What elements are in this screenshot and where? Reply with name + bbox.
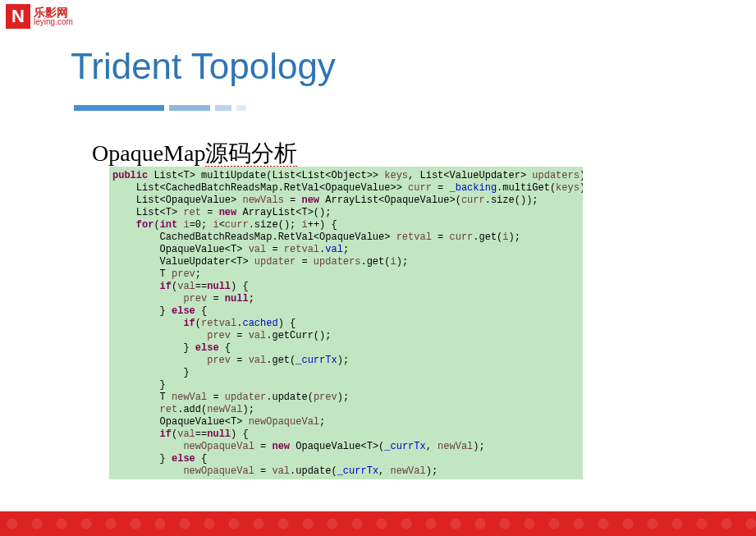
logo-text: 乐影网 leying.com	[34, 7, 73, 26]
footer-banner	[0, 511, 756, 536]
subtitle-en: OpaqueMap	[92, 140, 205, 166]
title-divider	[74, 105, 246, 111]
section-subtitle: OpaqueMap源码分析	[92, 138, 297, 169]
subtitle-cn: 源码分析	[205, 140, 297, 167]
logo-en: leying.com	[34, 18, 73, 26]
logo-cn: 乐影网	[34, 7, 73, 18]
code-block: public List<T> multiUpdate(List<List<Obj…	[109, 167, 583, 479]
logo: N 乐影网 leying.com	[6, 4, 73, 29]
page-title: Trident Topology	[71, 46, 336, 87]
logo-icon: N	[6, 4, 30, 29]
